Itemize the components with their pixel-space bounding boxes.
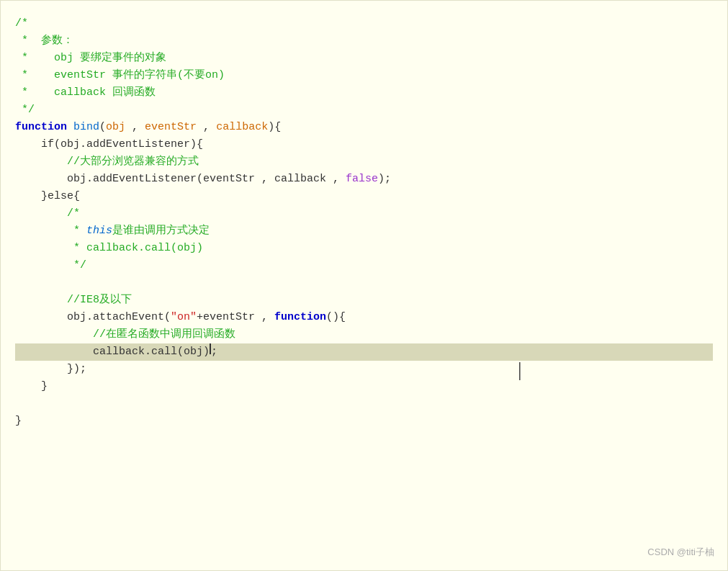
indent-14 <box>15 240 73 257</box>
line-22: } <box>15 378 713 395</box>
comment-ie8: //IE8及以下 <box>67 292 132 309</box>
semi-2: ; <box>211 343 217 361</box>
comment2-call: * callback.call(obj) <box>73 240 203 257</box>
close-else: } <box>41 378 48 395</box>
line-1: /* <box>15 15 713 32</box>
line-20: callback.call(obj); <box>15 343 713 361</box>
line-2: * 参数： <box>15 32 713 50</box>
code-editor: /* * 参数： * obj 要绑定事件的对象 * eventStr 事件的字符… <box>0 0 728 571</box>
indent-17 <box>15 292 67 309</box>
line-18: obj.attachEvent( "on" +eventStr , functi… <box>15 309 713 326</box>
add-event-obj: obj.addEventListener(eventStr , callback… <box>67 171 346 188</box>
semi-1: ); <box>378 171 391 188</box>
keyword-function-2: function <box>274 309 326 326</box>
line-5: * callback 回调函数 <box>15 84 713 102</box>
line-4: * eventStr 事件的字符串(不要on) <box>15 67 713 84</box>
param-callback: callback <box>216 119 268 136</box>
line-6: */ <box>15 102 713 119</box>
line-7: function bind ( obj , eventStr , callbac… <box>15 119 713 136</box>
line-16 <box>15 274 713 292</box>
indent-21 <box>15 361 67 378</box>
comment2-open: /* <box>67 205 80 222</box>
indent-8 <box>15 136 41 153</box>
comment-open: /* <box>15 15 28 32</box>
indent-22 <box>15 378 41 395</box>
bool-false: false <box>346 171 378 188</box>
code-content: /* * 参数： * obj 要绑定事件的对象 * eventStr 事件的字符… <box>1 9 727 436</box>
sep1: , <box>125 119 145 136</box>
this-keyword: this <box>86 222 112 240</box>
indent-9 <box>15 153 67 171</box>
comment2-this: * <box>73 222 86 240</box>
line-21: }); <box>15 361 713 378</box>
paren-close: ){ <box>268 119 281 136</box>
indent-18 <box>15 309 67 326</box>
close-func: } <box>15 413 22 430</box>
keyword-function: function <box>15 119 67 136</box>
func-paren: (){ <box>326 309 346 326</box>
line-12: /* <box>15 205 713 222</box>
indent-10 <box>15 171 67 188</box>
blank-23 <box>15 395 22 413</box>
line-15: */ <box>15 257 713 274</box>
string-on: "on" <box>171 309 197 326</box>
comment-obj-text: 要绑定事件的对象 <box>73 50 166 67</box>
watermark: CSDN @titi子柚 <box>647 545 714 560</box>
comment-close: */ <box>15 102 35 119</box>
func-bind: bind <box>73 119 99 136</box>
indent-12 <box>15 205 67 222</box>
line-8: if(obj.addEventListener){ <box>15 136 713 153</box>
line-17: //IE8及以下 <box>15 292 713 309</box>
comment2-close: */ <box>73 257 86 274</box>
indent-20 <box>15 343 93 361</box>
line-9: //大部分浏览器兼容的方式 <box>15 153 713 171</box>
else-stmt: }else{ <box>41 188 80 205</box>
attach-obj: obj.attachEvent( <box>67 309 171 326</box>
line-23 <box>15 395 713 413</box>
i-beam-cursor: | <box>518 354 522 386</box>
callback-call: callback.call(obj) <box>93 343 210 361</box>
if-stmt: if(obj.addEventListener){ <box>41 136 203 153</box>
indent-13 <box>15 222 73 240</box>
concat-op: +eventStr , <box>197 309 274 326</box>
line-10: obj.addEventListener(eventStr , callback… <box>15 171 713 188</box>
comment-params: * 参数： <box>15 32 73 50</box>
line-3: * obj 要绑定事件的对象 <box>15 50 713 67</box>
close-attach: }); <box>67 361 86 378</box>
comment-obj: * <box>15 50 54 67</box>
param-obj: obj <box>106 119 125 136</box>
line-19: //在匿名函数中调用回调函数 <box>15 326 713 343</box>
comment-anon: //在匿名函数中调用回调函数 <box>93 326 235 343</box>
indent-15 <box>15 257 73 274</box>
sep2: , <box>197 119 216 136</box>
indent-11 <box>15 188 41 205</box>
comment-obj-keyword: obj <box>54 50 73 67</box>
line-24: } <box>15 413 713 430</box>
line-11: }else{ <box>15 188 713 205</box>
line-13: * this 是谁由调用方式决定 <box>15 222 713 240</box>
comment-compat: //大部分浏览器兼容的方式 <box>67 153 199 171</box>
line-14: * callback.call(obj) <box>15 240 713 257</box>
comment-eventstr: * eventStr 事件的字符串(不要on) <box>15 67 225 84</box>
paren-open: ( <box>99 119 106 136</box>
comment2-this-text: 是谁由调用方式决定 <box>112 222 210 240</box>
param-eventstr: eventStr <box>145 119 197 136</box>
blank-16 <box>15 274 22 292</box>
space1 <box>67 119 73 136</box>
comment-callback: * callback 回调函数 <box>15 84 156 102</box>
indent-19 <box>15 326 93 343</box>
